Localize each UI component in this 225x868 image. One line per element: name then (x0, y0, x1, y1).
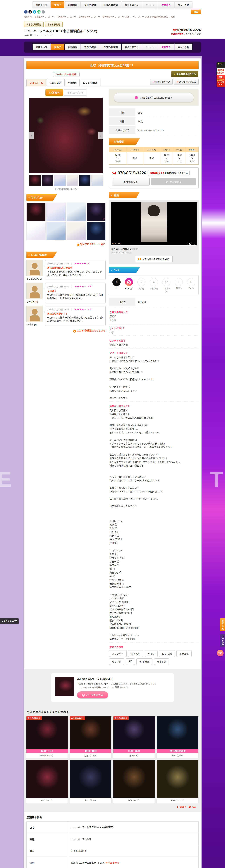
feature-tag[interactable]: スレンダー (109, 650, 126, 657)
share-icon[interactable]: ↑ (41, 10, 45, 14)
girl-card[interactable]: SARA（サラ） (157, 760, 198, 803)
review-title[interactable]: 最高の時間を過ごせます (47, 266, 103, 269)
breadcrumb-item[interactable]: ニューハーフヘルス EXCIA 名古屋駅前店 (133, 16, 168, 18)
nav-price[interactable]: 料金システム (122, 43, 142, 51)
mitayo-button[interactable]: ページをみたよ (77, 691, 108, 699)
review-title[interactable]: リピ確！ (47, 289, 103, 292)
tab-profile[interactable]: プロフィール (26, 79, 46, 86)
nav-blog-video[interactable]: ブログ・動画 (81, 43, 100, 51)
kebab-menu-icon[interactable]: ⋮ (193, 242, 195, 245)
photo-thumbnail[interactable] (66, 175, 78, 186)
tab-reviews[interactable]: 口コミ・体験談 (80, 79, 101, 86)
net-reserve-tab[interactable]: ネット予約 (220, 634, 225, 647)
facebook-icon[interactable]: f (24, 10, 28, 14)
fullscreen-icon[interactable] (190, 243, 191, 245)
blog-thumbnail[interactable] (26, 203, 46, 221)
shop-name-link[interactable]: ニューハーフヘルス EXCIA 名古屋駅前店 (71, 826, 113, 829)
video-progress-bar[interactable] (111, 245, 197, 246)
breadcrumb-item[interactable]: ぬきなび (24, 16, 32, 18)
search-button[interactable]: 検索 (191, 10, 201, 14)
nav-net-reserve[interactable]: ネット予約 (174, 43, 192, 51)
photo-thumbnail[interactable] (54, 175, 66, 186)
girl-list-link[interactable]: ▶ 女の子一覧（11） (27, 805, 198, 808)
nav-girls[interactable]: 女の子 (51, 43, 64, 51)
campaign-banner[interactable]: キャッシュ 毎月先着もれなく 実質3,000円OFFで遊べる (217, 62, 225, 87)
tab-photo-blog[interactable]: 写メブログ (47, 79, 64, 86)
oppai-photos-tab[interactable]: おっぱい写真 (0) (64, 90, 87, 96)
map-link[interactable]: ≫地図を見る (106, 861, 119, 864)
review-bubble[interactable]: 2025年12月12日 11:26 ｜ ★★★★★ 5 最高の時間を過ごせます … (45, 260, 106, 280)
x-icon[interactable]: X (28, 10, 32, 14)
blog-thumbnail[interactable]: ♡ (47, 203, 65, 221)
sns-instagram[interactable]: インスタ (124, 278, 134, 293)
nav-net-reserve[interactable]: ネット予約 (174, 1, 192, 8)
girl-card[interactable]: える（える） (70, 760, 111, 803)
nav-recruit[interactable]: 女性求人 (158, 43, 174, 51)
phone-number[interactable]: ☎ 070-8515-3226 (112, 170, 146, 176)
nav-schedule[interactable]: 出勤情報 (65, 43, 81, 51)
nav-blog-video[interactable]: ブログ・動画 (81, 1, 100, 8)
breadcrumb-item[interactable]: 愛知県のニューハーフ (35, 16, 54, 18)
girl-card[interactable]: 本日 売約御礼！ 17:00～22:00 澪（みお） (113, 716, 155, 758)
shop-phone[interactable]: ☎070-8515-3226 (170, 28, 201, 32)
feature-tag[interactable]: ロリ・妹系 (159, 650, 175, 657)
review-bubble[interactable]: 2025年07月15日 18:22 ｜ ★★★★★ 4.5 写真より可愛い！！ … (45, 306, 106, 326)
page-top-button[interactable]: TOP (217, 650, 224, 656)
photo-prev-button[interactable]: ‹ (29, 131, 34, 139)
ranking-badge[interactable]: ♛名古屋風俗店13位 (171, 71, 198, 77)
reviews-more-link[interactable]: ▶口コミ･体験談をもっと見る (27, 329, 105, 333)
search-input[interactable] (154, 10, 191, 14)
feature-tag[interactable]: AF (126, 658, 135, 665)
breadcrumb-item[interactable]: 名古屋駅のニューハーフ (79, 16, 100, 18)
mute-icon[interactable]: ♪̶ (187, 242, 188, 245)
feature-tag[interactable]: 受身好き (154, 658, 169, 665)
nav-reviews[interactable]: 口コミ・体験談 (100, 1, 121, 8)
breadcrumb-item[interactable]: 名古屋のニューハーフ (57, 16, 76, 18)
feature-tag[interactable]: 美白･美肌 (136, 658, 152, 665)
girl-card[interactable]: みう（みう） (113, 760, 155, 803)
blog-thumbnail[interactable] (26, 222, 46, 240)
tab-posted-video[interactable]: 投稿動画 (64, 79, 80, 86)
official-photos-tab[interactable]: 公式写真 (4) (46, 90, 63, 96)
breadcrumb-item[interactable]: 名古屋駅のニューハーフヘルス (103, 16, 130, 18)
hatena-icon[interactable]: B! (33, 10, 36, 14)
nav-price[interactable]: 料金システム (122, 1, 142, 8)
girl-card[interactable]: 明日12/30(火)出勤 ゆの（ゆの） (157, 716, 198, 758)
price-list-button[interactable]: 料金表を見る (112, 178, 150, 185)
recently-viewed-tab[interactable]: ◀ 最近見た女の子 (0, 618, 19, 624)
big-video-button[interactable]: 大きいサイズで動画を見る (135, 256, 173, 262)
nav-recruit[interactable]: 女性求人 (158, 1, 174, 8)
feature-tag[interactable]: 甘えん坊 (128, 650, 143, 657)
review-title[interactable]: 写真より可愛い！！ (47, 312, 103, 315)
blog-more-link[interactable]: ▶写メブログをもっと見る (27, 242, 105, 246)
feature-tag[interactable]: モデル系 (176, 650, 192, 657)
blog-thumbnail[interactable] (66, 203, 86, 221)
blog-thumbnail[interactable]: ♡ (87, 203, 106, 221)
video-player[interactable]: 0:07 / 0:07 ♪̶ ⋮ (111, 202, 197, 246)
girl-card[interactable]: あこ（あこ） (26, 760, 68, 803)
photo-thumbnail[interactable] (79, 175, 91, 186)
review-bubble[interactable]: 2025年07月16日 23:59 ｜ ★★★★★ 4.5 リピ確！ ■スタッフ… (45, 283, 106, 303)
photo-thumbnail[interactable] (29, 175, 41, 186)
blog-thumbnail[interactable] (87, 222, 106, 240)
blog-thumbnail[interactable] (47, 222, 65, 240)
nav-schedule[interactable]: 出勤情報 (65, 1, 81, 8)
blog-thumbnail[interactable]: ♡ (66, 222, 86, 240)
write-review-button[interactable]: この女の子の口コミを書く (114, 93, 194, 102)
nav-girls[interactable]: 女の子 (51, 1, 64, 8)
photo-thumbnail[interactable] (42, 175, 53, 186)
girl-card[interactable]: 本日 売約御礼！ 17:00～00:00 紗菜（さな） (70, 716, 111, 758)
nav-shop-top[interactable]: お店トップ (33, 43, 51, 51)
line-icon[interactable]: LINE (37, 10, 41, 14)
keep-girl-button[interactable]: ♡女の子をキープ (150, 79, 173, 85)
nav-shop-top[interactable]: お店トップ (33, 1, 51, 8)
sns-x[interactable]: XX (112, 278, 121, 293)
feature-tag[interactable]: 明るい (145, 650, 158, 657)
nav-reviews[interactable]: 口コミ・体験談 (100, 43, 121, 51)
send-message-button[interactable]: ✉メッセージを送る (174, 79, 199, 85)
photo-next-button[interactable]: › (99, 131, 103, 139)
photo-thumbnail[interactable] (91, 175, 103, 186)
girl-card[interactable]: 本日 売約御礼！ 17:00～ラスト NANA（ナナ） (26, 716, 68, 758)
feature-tag[interactable]: キレイ系 (109, 658, 124, 665)
girl-list-tab[interactable]: 女の子一覧 (220, 618, 225, 631)
